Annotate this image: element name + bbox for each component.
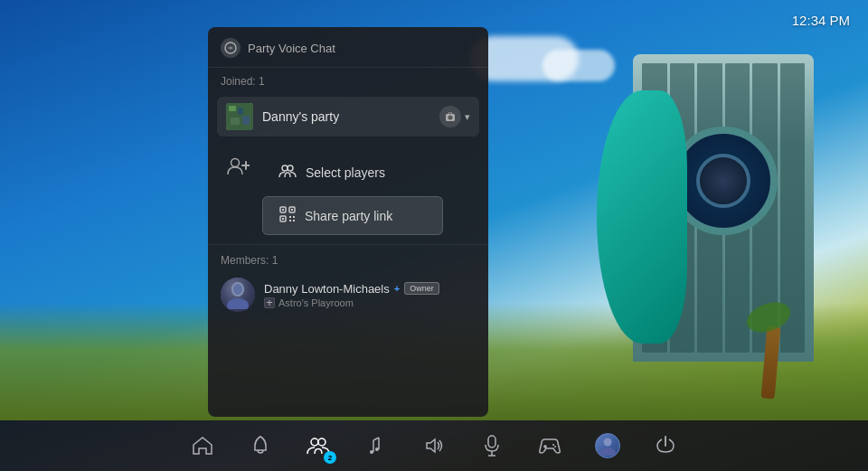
avatar-inner [221,278,255,312]
taskbar-power[interactable] [649,429,682,462]
party-name: Danny's party [262,109,430,124]
svg-point-45 [604,438,612,447]
svg-point-31 [311,438,318,446]
qr-icon [279,206,296,225]
svg-point-7 [448,116,453,120]
svg-rect-19 [289,216,291,218]
svg-point-8 [231,159,240,167]
taskbar-volume[interactable] [418,429,450,462]
svg-rect-2 [229,106,236,111]
member-avatar [221,278,255,312]
dropdown-arrow-icon[interactable]: ▾ [465,111,470,123]
svg-rect-23 [291,218,293,220]
select-players-label: Select players [306,165,385,180]
svg-rect-18 [282,218,284,220]
member-display-name: Danny Lowton-Michaels [264,282,390,296]
taskbar-gamepad[interactable] [533,429,566,462]
camera-icon[interactable] [439,106,461,127]
party-icons: ▾ [439,106,470,127]
svg-point-37 [375,447,379,451]
svg-rect-38 [488,436,495,447]
svg-point-32 [318,438,326,446]
svg-point-43 [552,444,554,446]
panel-title: Party Voice Chat [248,42,335,55]
ps-plus-icon: + [394,283,400,294]
member-game-name: Astro's Playroom [278,297,354,308]
member-game-row: Astro's Playroom [264,297,476,308]
select-players-item[interactable]: Select players [262,155,443,191]
cloud-2 [542,50,615,81]
svg-line-35 [373,438,379,440]
owner-badge: Owner [404,282,439,295]
taskbar-profile[interactable] [591,429,624,462]
member-row: Danny Lowton-Michaels + Owner Astro's Pl… [221,274,476,316]
svg-point-44 [554,446,556,447]
party-avatar [226,103,253,130]
svg-point-12 [288,165,293,171]
svg-rect-29 [269,300,270,306]
svg-point-26 [227,298,249,309]
taskbar: 2 [0,420,868,471]
members-section: Members: 1 Danny Lowton-Michaels + Owner [208,244,488,323]
voice-chat-icon [221,38,241,58]
add-person-icon[interactable] [226,156,250,182]
taskbar-mic[interactable] [476,429,508,462]
svg-rect-16 [291,209,293,211]
svg-point-25 [233,284,242,295]
member-name-row: Danny Lowton-Michaels + Owner [264,282,476,296]
svg-rect-22 [293,220,295,221]
share-party-link-item[interactable]: Share party link [262,196,443,235]
svg-point-46 [599,447,616,456]
game-icon [264,297,275,308]
svg-rect-21 [289,220,291,221]
svg-point-11 [282,165,288,171]
menu-area: Select players Share part [208,144,488,244]
party-panel: Party Voice Chat Joined: 1 Danny's party [208,27,488,417]
teal-shape [597,90,687,344]
member-info: Danny Lowton-Michaels + Owner Astro's Pl… [264,282,476,308]
taskbar-music[interactable] [360,429,392,462]
select-players-icon [278,164,297,182]
taskbar-home[interactable] [186,429,219,462]
joined-label: Joined: 1 [208,68,488,93]
svg-rect-4 [231,118,240,125]
party-row[interactable]: Danny's party ▾ [217,97,479,137]
taskbar-party[interactable]: 2 [302,429,335,462]
taskbar-notifications[interactable] [244,429,277,462]
svg-point-36 [370,450,373,454]
party-badge: 2 [324,451,336,464]
svg-rect-14 [282,209,284,211]
svg-rect-5 [242,116,250,125]
members-label: Members: 1 [221,254,476,267]
clock: 12:34 PM [792,13,850,28]
svg-rect-20 [293,216,295,218]
share-party-link-label: Share party link [305,209,392,223]
svg-rect-3 [238,108,243,115]
panel-header: Party Voice Chat [208,27,488,68]
